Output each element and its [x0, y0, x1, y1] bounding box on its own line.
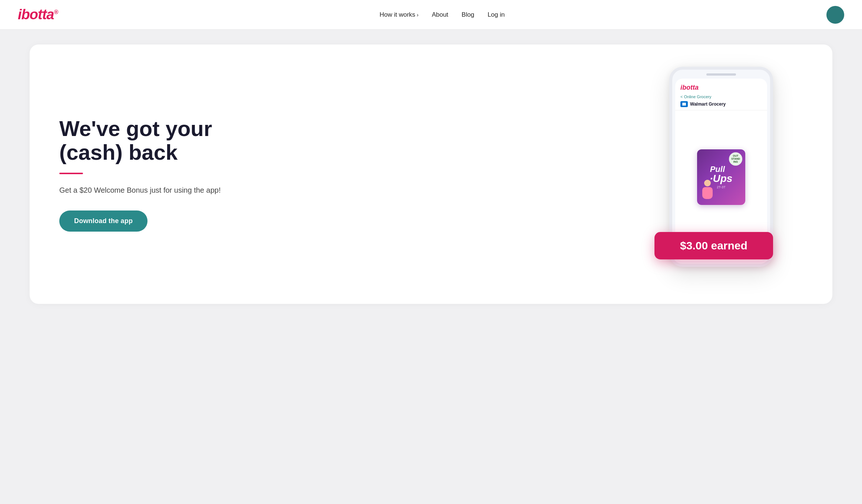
- phone-ibotta-logo: ibotta: [680, 84, 762, 92]
- phone-product-area: Pull ·Ups OUTSTANDING 2T-3T: [675, 110, 767, 244]
- phone-breadcrumb: < Online Grocery: [680, 94, 762, 99]
- nav-item-about[interactable]: About: [432, 11, 448, 19]
- product-name-pull: Pull: [710, 165, 733, 173]
- hero-left: We've got your (cash) back Get a $20 Wel…: [59, 117, 252, 232]
- login-link[interactable]: Log in: [488, 11, 505, 18]
- logo-text: ibotta: [18, 7, 54, 22]
- blog-link[interactable]: Blog: [462, 11, 474, 18]
- product-size: 2T-3T: [717, 185, 726, 189]
- phone-notch: [706, 73, 736, 76]
- navbar: ibotta® How it works About Blog Log in: [0, 0, 862, 30]
- phone-store: Walmart Grocery: [680, 101, 762, 107]
- hero-title: We've got your (cash) back: [59, 117, 252, 164]
- earned-amount: $3.00 earned: [666, 239, 762, 252]
- baby-head: [704, 180, 711, 186]
- hero-card: We've got your (cash) back Get a $20 Wel…: [30, 44, 832, 304]
- trademark-icon: ®: [54, 9, 58, 15]
- about-link[interactable]: About: [432, 11, 448, 18]
- nav-item-blog[interactable]: Blog: [462, 11, 474, 19]
- nav-links: How it works About Blog Log in: [379, 11, 505, 19]
- store-name: Walmart Grocery: [690, 102, 726, 107]
- how-it-works-link[interactable]: How it works: [379, 11, 418, 18]
- product-badge: OUTSTANDING: [729, 152, 742, 166]
- baby-body: [702, 187, 713, 199]
- nav-item-how-it-works[interactable]: How it works: [379, 11, 418, 19]
- user-avatar[interactable]: [826, 6, 844, 24]
- nav-item-login[interactable]: Log in: [488, 11, 505, 19]
- badge-text: OUTSTANDING: [731, 155, 740, 163]
- walmart-icon-inner: [682, 103, 686, 106]
- ibotta-logo[interactable]: ibotta®: [18, 7, 58, 23]
- earned-badge: $3.00 earned: [654, 232, 773, 259]
- download-app-button[interactable]: Download the app: [59, 210, 147, 232]
- hero-divider: [59, 173, 83, 174]
- walmart-icon: [680, 101, 688, 107]
- product-package: Pull ·Ups OUTSTANDING 2T-3T: [697, 149, 745, 205]
- hero-subtitle: Get a $20 Welcome Bonus just for using t…: [59, 185, 252, 196]
- phone-mockup-container: ibotta < Online Grocery Walmart Grocery: [654, 67, 788, 282]
- phone-header: ibotta < Online Grocery Walmart Grocery: [675, 79, 767, 110]
- baby-figure: [700, 180, 715, 202]
- main-wrapper: We've got your (cash) back Get a $20 Wel…: [0, 30, 862, 319]
